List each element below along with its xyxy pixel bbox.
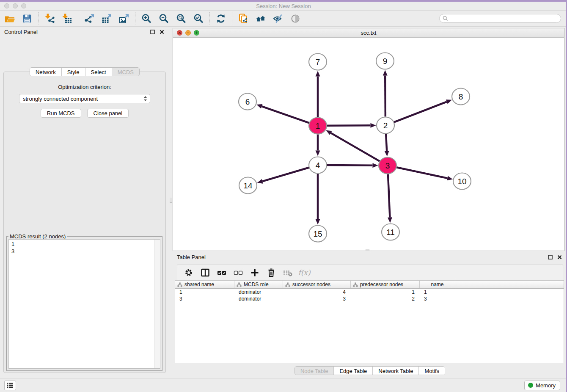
export-image-icon[interactable] <box>118 12 130 25</box>
column-header-predecessor-nodes[interactable]: predecessor nodes <box>351 281 420 288</box>
horizontal-splitter-grip[interactable] <box>366 249 369 251</box>
run-mcds-button[interactable]: Run MCDS <box>41 109 81 118</box>
minimize-network-button[interactable]: − <box>185 30 191 36</box>
vertical-splitter[interactable] <box>169 27 173 378</box>
network-canvas[interactable]: 7968124314101511 <box>173 38 564 251</box>
graph-edge-3-10[interactable] <box>396 167 447 178</box>
graph-edge-4-14[interactable] <box>262 168 309 182</box>
toolbar-separator <box>135 12 135 25</box>
table-tabs: Node TableEdge TableNetwork TableMotifs <box>295 366 445 375</box>
column-header-name[interactable]: name <box>420 281 455 288</box>
import-table-icon[interactable] <box>61 12 73 25</box>
result-scrollbar[interactable] <box>154 240 160 368</box>
tab-style[interactable]: Style <box>62 68 85 76</box>
zoom-selected-icon[interactable] <box>192 12 205 25</box>
tab-mcds[interactable]: MCDS <box>112 68 139 76</box>
memory-button[interactable]: Memory <box>524 381 560 390</box>
graph-edge-2-9[interactable] <box>385 75 385 116</box>
hierarchy-icon <box>237 282 242 287</box>
column-header-mcds-role[interactable]: MCDS role <box>234 281 283 288</box>
splitter-grip[interactable] <box>170 198 172 203</box>
network-window-titlebar[interactable]: scc.txt ✕ − + <box>173 28 564 38</box>
duplicate-network-icon[interactable] <box>237 12 250 25</box>
first-neighbors-icon[interactable] <box>254 12 267 25</box>
task-history-button[interactable] <box>4 381 16 390</box>
trash-icon[interactable] <box>266 268 276 278</box>
table-toolbar: f(x) <box>177 264 563 280</box>
edge-arrowhead <box>447 176 453 181</box>
refresh-icon[interactable] <box>215 12 227 25</box>
edge-arrowhead <box>257 179 263 184</box>
tab-select[interactable]: Select <box>85 68 112 76</box>
edge-arrowhead <box>316 71 320 77</box>
hierarchy-icon <box>353 282 358 287</box>
table-row[interactable]: 3dominator323 <box>175 295 564 302</box>
eye-icon[interactable] <box>289 12 302 25</box>
toolbar-separator <box>209 12 210 25</box>
tab-motifs[interactable]: Motifs <box>419 367 445 375</box>
graph-edge-3-1[interactable] <box>331 133 380 161</box>
edge-arrowhead <box>256 104 262 108</box>
save-session-icon[interactable] <box>21 12 33 25</box>
float-panel-icon[interactable] <box>149 28 156 35</box>
add-icon[interactable] <box>250 268 260 278</box>
gear-icon[interactable] <box>184 268 194 278</box>
cell-mcds-role: dominator <box>234 295 283 302</box>
export-table-icon[interactable] <box>100 12 113 25</box>
graph-edge-2-3[interactable] <box>386 134 387 151</box>
close-panel-button[interactable]: Close panel <box>87 109 129 118</box>
network-window-title: scc.txt <box>173 30 564 36</box>
graph-edge-1-2[interactable] <box>327 125 370 126</box>
close-panel-icon[interactable] <box>158 28 165 35</box>
search-input[interactable] <box>450 16 556 22</box>
table-row[interactable]: 1dominator411 <box>175 289 564 295</box>
edge-arrowhead <box>388 217 392 223</box>
zoom-out-icon[interactable] <box>157 12 170 25</box>
optimization-criterion-select[interactable]: strongly connected component <box>19 94 150 103</box>
function-builder-icon[interactable]: f(x) <box>299 268 309 278</box>
close-network-button[interactable]: ✕ <box>177 30 182 36</box>
optimization-criterion-label: Optimization criterion: <box>4 84 165 90</box>
node-label-14: 14 <box>243 181 253 190</box>
cell-successor-nodes: 3 <box>283 295 351 302</box>
close-table-panel-icon[interactable] <box>556 254 563 260</box>
import-network-icon[interactable] <box>43 12 56 25</box>
control-panel-tabs: NetworkStyleSelectMCDS <box>30 67 140 76</box>
node-label-6: 6 <box>245 97 250 106</box>
column-header-shared-name[interactable]: shared name <box>175 281 234 288</box>
delete-table-icon[interactable] <box>283 268 293 278</box>
graph-edge-1-6[interactable] <box>262 106 309 123</box>
zoom-in-icon[interactable] <box>140 12 153 25</box>
open-session-icon[interactable] <box>3 12 16 25</box>
select-all-icon[interactable] <box>217 268 227 278</box>
tab-edge-table[interactable]: Edge Table <box>334 367 373 375</box>
graph-edge-4-3[interactable] <box>327 165 372 166</box>
mcds-tab-content: Optimization criterion: strongly connect… <box>3 72 166 373</box>
hide-graphics-details-icon[interactable] <box>272 12 284 25</box>
node-label-3: 3 <box>385 161 390 170</box>
node-label-2: 2 <box>383 121 388 130</box>
graph-edge-3-11[interactable] <box>388 174 390 217</box>
table-panel: Table Panel f(x) shared nameMCDS rolesuc… <box>173 252 567 378</box>
float-table-panel-icon[interactable] <box>547 254 553 260</box>
tab-node-table[interactable]: Node Table <box>295 367 334 375</box>
cell-name: 1 <box>420 289 455 295</box>
node-label-10: 10 <box>457 177 466 186</box>
search-box[interactable] <box>439 14 561 23</box>
edge-arrowhead <box>316 151 320 156</box>
zoom-fit-icon[interactable] <box>175 12 187 25</box>
graph-edge-2-8[interactable] <box>394 102 447 122</box>
mcds-result-title: MCDS result (2 nodes) <box>8 233 67 240</box>
tab-network[interactable]: Network <box>30 68 62 76</box>
column-label: shared name <box>184 282 214 287</box>
optimization-criterion-value: strongly connected component <box>23 96 143 102</box>
cell-predecessor-nodes: 1 <box>351 289 420 295</box>
tab-network-table[interactable]: Network Table <box>373 367 419 375</box>
column-header-successor-nodes[interactable]: successor nodes <box>283 281 351 288</box>
mcds-result-groupbox: MCDS result (2 nodes) 1 3 <box>6 236 162 371</box>
deselect-all-icon[interactable] <box>233 268 243 278</box>
show-columns-icon[interactable] <box>200 268 210 278</box>
window-title: Session: New Session <box>0 3 567 9</box>
maximize-network-button[interactable]: + <box>194 30 199 36</box>
export-network-icon[interactable] <box>83 12 96 25</box>
